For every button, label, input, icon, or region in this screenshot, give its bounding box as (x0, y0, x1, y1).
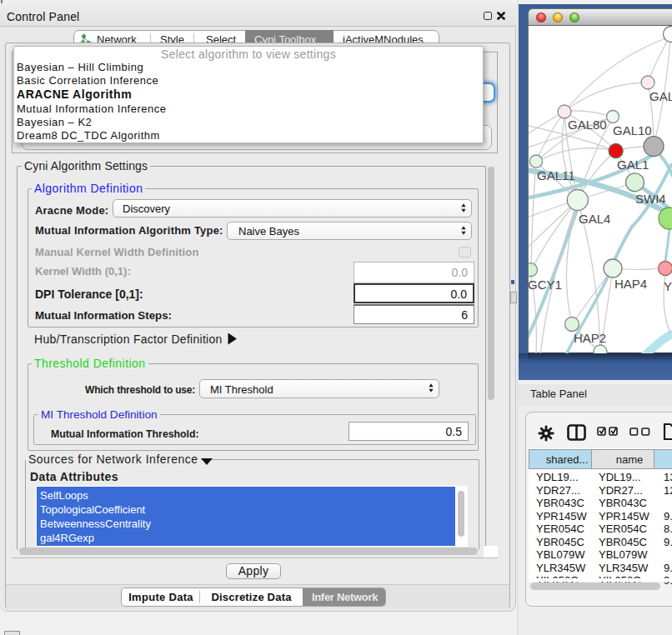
svg-text:HAP4: HAP4 (614, 277, 647, 291)
svg-text:GAL7: GAL7 (649, 89, 672, 103)
svg-text:SWI4: SWI4 (635, 192, 666, 206)
svg-text:GAL10: GAL10 (613, 123, 652, 138)
svg-text:GAL11: GAL11 (537, 168, 575, 182)
svg-text:GAL1: GAL1 (617, 158, 649, 172)
svg-text:Y: Y (664, 279, 672, 293)
svg-text:GAL80: GAL80 (568, 118, 607, 132)
svg-text:HAP2: HAP2 (574, 331, 606, 345)
svg-text:GCY1: GCY1 (529, 278, 562, 292)
svg-text:GAL4: GAL4 (579, 212, 610, 226)
